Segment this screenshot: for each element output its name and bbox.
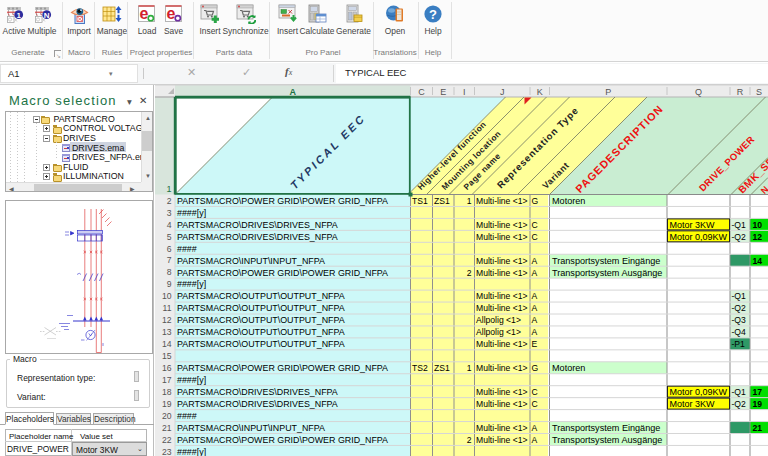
svg-text:12: 12 <box>162 315 172 325</box>
svg-text:-Q2: -Q2 <box>732 232 747 242</box>
svg-text:PARTSMACRO\POWER GRID\POWER GR: PARTSMACRO\POWER GRID\POWER GRID_NFPA <box>177 435 388 445</box>
svg-text:9: 9 <box>167 279 172 289</box>
svg-text:PARTSMACRO\OUTPUT\OUTPUT_NFPA: PARTSMACRO\OUTPUT\OUTPUT_NFPA <box>177 339 345 349</box>
svg-text:7: 7 <box>167 255 172 265</box>
svg-text:Motor 0,09KW: Motor 0,09KW <box>670 387 728 397</box>
svg-text:Multi-line <1>: Multi-line <1> <box>476 220 528 230</box>
svg-text:21: 21 <box>753 423 763 433</box>
svg-text:A: A <box>290 87 297 97</box>
svg-text:A: A <box>532 303 538 313</box>
svg-text:G: G <box>532 196 539 206</box>
svg-text:1: 1 <box>16 11 21 20</box>
svg-text:-Q1: -Q1 <box>732 291 747 301</box>
svg-text:Transportsystem Eingänge: Transportsystem Eingänge <box>552 423 660 433</box>
svg-text:Multi-line <1>: Multi-line <1> <box>476 196 528 206</box>
svg-text:C: C <box>532 232 538 242</box>
svg-text:14: 14 <box>162 339 172 349</box>
svg-text:19: 19 <box>753 399 763 409</box>
svg-text:A: A <box>532 268 538 278</box>
svg-text:E: E <box>440 87 446 97</box>
svg-text:Multi-line <1>: Multi-line <1> <box>476 339 528 349</box>
svg-text:A: A <box>532 256 538 266</box>
svg-text:17: 17 <box>753 387 763 397</box>
svg-text:####[y]: ####[y] <box>177 447 206 456</box>
svg-text:-P1: -P1 <box>732 339 746 349</box>
svg-text:23: 23 <box>162 447 172 456</box>
svg-text:####[y]: ####[y] <box>177 279 206 289</box>
svg-text:e: e <box>140 5 149 22</box>
svg-text:?: ? <box>429 7 437 22</box>
svg-text:Multi-line <1>: Multi-line <1> <box>476 303 528 313</box>
svg-text:A: A <box>532 315 538 325</box>
svg-text:-Q3: -Q3 <box>732 315 747 325</box>
svg-text:J: J <box>500 87 505 97</box>
svg-text:Motor 3KW: Motor 3KW <box>670 220 716 230</box>
svg-text:ZS1: ZS1 <box>434 196 450 206</box>
svg-text:I: I <box>463 87 466 97</box>
svg-text:####[y]: ####[y] <box>177 208 206 218</box>
svg-text:P: P <box>605 87 611 97</box>
svg-text:Allpolig <1>: Allpolig <1> <box>476 315 521 325</box>
svg-text:PARTSMACRO\OUTPUT\OUTPUT_NFPA: PARTSMACRO\OUTPUT\OUTPUT_NFPA <box>177 315 345 325</box>
svg-text:Motor 3KW: Motor 3KW <box>670 399 716 409</box>
svg-text:Multi-line <1>: Multi-line <1> <box>476 399 528 409</box>
svg-text:E: E <box>532 339 538 349</box>
svg-text:22: 22 <box>162 435 172 445</box>
svg-text:1: 1 <box>467 196 472 206</box>
svg-text:PARTSMACRO\DRIVES\DRIVES_NFPA: PARTSMACRO\DRIVES\DRIVES_NFPA <box>177 232 338 242</box>
svg-text:C: C <box>532 399 538 409</box>
svg-text:Allpolig <1>: Allpolig <1> <box>476 327 521 337</box>
svg-text:R: R <box>737 87 744 97</box>
svg-text:Multi-line <1>: Multi-line <1> <box>476 363 528 373</box>
svg-text:A: A <box>532 291 538 301</box>
svg-text:####[y]: ####[y] <box>177 375 206 385</box>
svg-text:PARTSMACRO\INPUT\INPUT_NFPA: PARTSMACRO\INPUT\INPUT_NFPA <box>177 423 325 433</box>
svg-text:14: 14 <box>753 256 763 266</box>
svg-text:4: 4 <box>167 220 172 230</box>
svg-text:6: 6 <box>167 244 172 254</box>
svg-text:Transportsystem Ausgänge: Transportsystem Ausgänge <box>552 268 662 278</box>
svg-text:PARTSMACRO\OUTPUT\OUTPUT_NFPA: PARTSMACRO\OUTPUT\OUTPUT_NFPA <box>177 291 345 301</box>
svg-text:A: A <box>532 327 538 337</box>
svg-text:-Q2: -Q2 <box>732 303 747 313</box>
svg-text:11: 11 <box>163 303 172 313</box>
svg-text:C: C <box>532 387 538 397</box>
svg-text:Multi-line <1>: Multi-line <1> <box>476 256 528 266</box>
svg-text:A: A <box>532 423 538 433</box>
svg-text:10: 10 <box>753 220 763 230</box>
svg-text:e: e <box>166 5 175 22</box>
svg-text:Multi-line <1>: Multi-line <1> <box>476 387 528 397</box>
svg-text:PARTSMACRO\OUTPUT\OUTPUT_NFPA: PARTSMACRO\OUTPUT\OUTPUT_NFPA <box>177 303 345 313</box>
svg-text:3: 3 <box>167 208 172 218</box>
svg-text:PARTSMACRO\OUTPUT\OUTPUT_NFPA: PARTSMACRO\OUTPUT\OUTPUT_NFPA <box>177 327 345 337</box>
svg-text:13: 13 <box>162 327 172 337</box>
svg-text:Multi-line <1>: Multi-line <1> <box>476 423 528 433</box>
svg-text:C: C <box>532 220 538 230</box>
svg-text:A: A <box>532 435 538 445</box>
svg-text:10: 10 <box>162 291 172 301</box>
svg-text:Q: Q <box>695 87 702 97</box>
svg-text:-Q2: -Q2 <box>732 399 747 409</box>
svg-text:2: 2 <box>467 435 472 445</box>
svg-text:PARTSMACRO\POWER GRID\POWER GR: PARTSMACRO\POWER GRID\POWER GRID_NFPA <box>177 196 388 206</box>
svg-text:2: 2 <box>167 196 172 206</box>
svg-text:Motoren: Motoren <box>552 363 585 373</box>
svg-text:TS1: TS1 <box>412 196 428 206</box>
svg-text:ZS1: ZS1 <box>434 363 450 373</box>
svg-text:16: 16 <box>162 363 172 373</box>
svg-text:K: K <box>537 87 543 97</box>
svg-text:S: S <box>756 87 762 97</box>
svg-text:####: #### <box>177 411 197 421</box>
svg-text:-Q4: -Q4 <box>732 327 747 337</box>
svg-text:Multi-line <1>: Multi-line <1> <box>476 268 528 278</box>
svg-text:18: 18 <box>162 387 172 397</box>
svg-text:Transportsystem Eingänge: Transportsystem Eingänge <box>552 256 660 266</box>
svg-text:5: 5 <box>167 232 172 242</box>
svg-text:####: #### <box>177 244 197 254</box>
svg-text:Motoren: Motoren <box>552 196 585 206</box>
svg-text:PARTSMACRO\INPUT\INPUT_NFPA: PARTSMACRO\INPUT\INPUT_NFPA <box>177 256 325 266</box>
svg-text:PARTSMACRO\DRIVES\DRIVES_NFPA: PARTSMACRO\DRIVES\DRIVES_NFPA <box>177 399 338 409</box>
svg-text:21: 21 <box>162 423 172 433</box>
svg-text:Transportsystem Ausgänge: Transportsystem Ausgänge <box>552 435 662 445</box>
svg-text:Motor 0,09KW: Motor 0,09KW <box>670 232 728 242</box>
